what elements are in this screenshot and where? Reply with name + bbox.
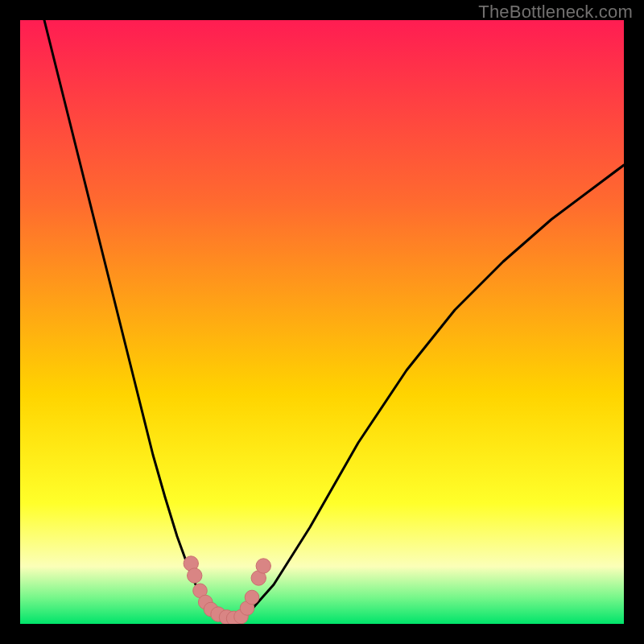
data-marker [256,559,270,573]
plot-area [20,20,624,624]
outer-frame: TheBottleneck.com [0,0,644,644]
bottleneck-chart [20,20,624,624]
watermark-label: TheBottleneck.com [478,2,633,23]
gradient-background [20,20,624,624]
data-marker [188,568,202,583]
data-marker [245,590,259,605]
